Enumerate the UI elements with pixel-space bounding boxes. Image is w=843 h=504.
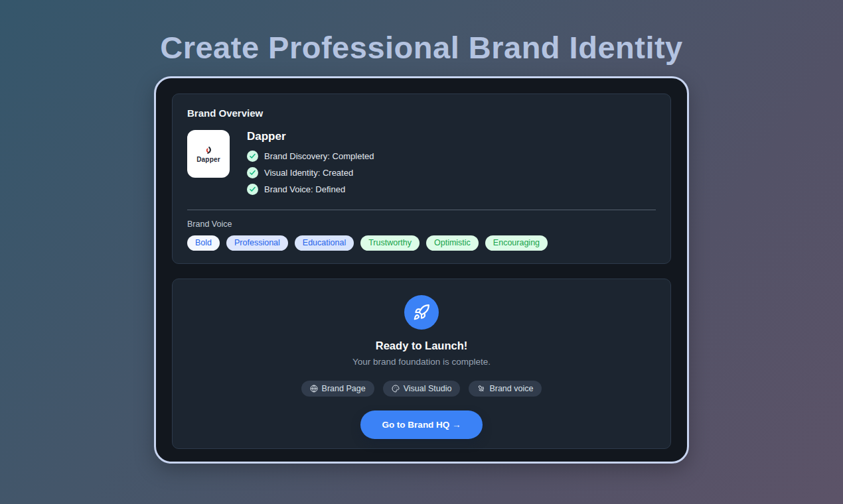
divider [187, 210, 656, 210]
chip-label: Visual Studio [404, 384, 452, 393]
voice-tag: Optimistic [426, 235, 479, 251]
check-icon [247, 167, 258, 178]
checklist-item: Brand Voice: Defined [247, 184, 374, 195]
brand-overview-title: Brand Overview [187, 107, 656, 119]
checklist-item: Visual Identity: Created [247, 167, 374, 178]
tablet-frame: Brand Overview Dapper Dapper Brand Disco… [154, 76, 689, 464]
brand-info: Dapper Brand Discovery: Completed Visual… [247, 130, 374, 200]
voice-tag: Encouraging [485, 235, 548, 251]
mic-icon [476, 383, 487, 395]
page-title: Create Professional Brand Identity [0, 29, 843, 66]
go-to-brand-hq-button[interactable]: Go to Brand HQ → [360, 410, 482, 439]
chip-label: Brand Page [322, 384, 366, 393]
rocket-icon [404, 295, 439, 330]
ready-to-launch-panel: Ready to Launch! Your brand foundation i… [172, 279, 671, 449]
brand-checklist: Brand Discovery: Completed Visual Identi… [247, 151, 374, 195]
voice-tag: Trustworthy [360, 235, 420, 251]
checklist-item-label: Brand Voice: Defined [264, 184, 345, 194]
checklist-item: Brand Discovery: Completed [247, 151, 374, 162]
check-icon [247, 184, 258, 195]
brand-overview-panel: Brand Overview Dapper Dapper Brand Disco… [172, 94, 671, 264]
launch-subtitle: Your brand foundation is complete. [187, 357, 656, 367]
brand-voice-chip[interactable]: Brand voice [469, 381, 542, 397]
checklist-item-label: Visual Identity: Created [264, 168, 353, 178]
globe-icon [310, 385, 318, 393]
palette-icon [392, 385, 400, 393]
voice-tag: Educational [295, 235, 354, 251]
voice-tag: Professional [226, 235, 288, 251]
brand-row: Dapper Dapper Brand Discovery: Completed [187, 130, 656, 200]
check-icon [247, 151, 258, 162]
launch-title: Ready to Launch! [187, 340, 656, 352]
brand-voice-section-label: Brand Voice [187, 220, 656, 229]
brand-voice-tags: Bold Professional Educational Trustworth… [187, 235, 656, 251]
voice-tag: Bold [187, 235, 220, 251]
brand-page-chip[interactable]: Brand Page [301, 381, 374, 397]
chip-label: Brand voice [489, 384, 533, 393]
launch-chips: Brand Page Visual Studio Brand voice [187, 381, 656, 397]
visual-studio-chip[interactable]: Visual Studio [383, 381, 461, 397]
dapper-logo-icon [204, 145, 214, 155]
brand-logo-tile: Dapper [187, 130, 230, 178]
brand-name: Dapper [247, 130, 374, 143]
brand-logo-text: Dapper [196, 156, 220, 163]
checklist-item-label: Brand Discovery: Completed [264, 151, 374, 161]
